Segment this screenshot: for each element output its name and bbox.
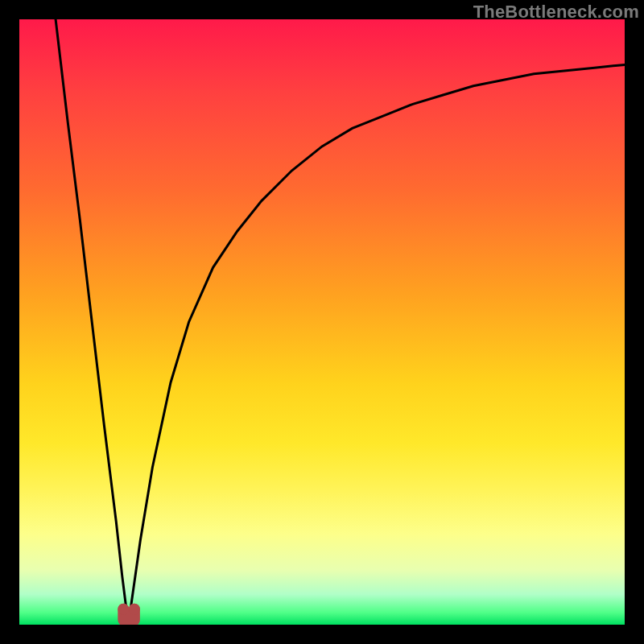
curve-left-branch — [56, 19, 128, 625]
curve-layer — [19, 19, 625, 625]
plot-area — [19, 19, 625, 625]
optimum-dot-left — [118, 604, 129, 615]
curve-right-branch — [128, 64, 625, 625]
optimum-dot-right — [129, 604, 140, 615]
chart-frame: TheBottleneck.com — [0, 0, 644, 644]
watermark-text: TheBottleneck.com — [473, 2, 639, 23]
